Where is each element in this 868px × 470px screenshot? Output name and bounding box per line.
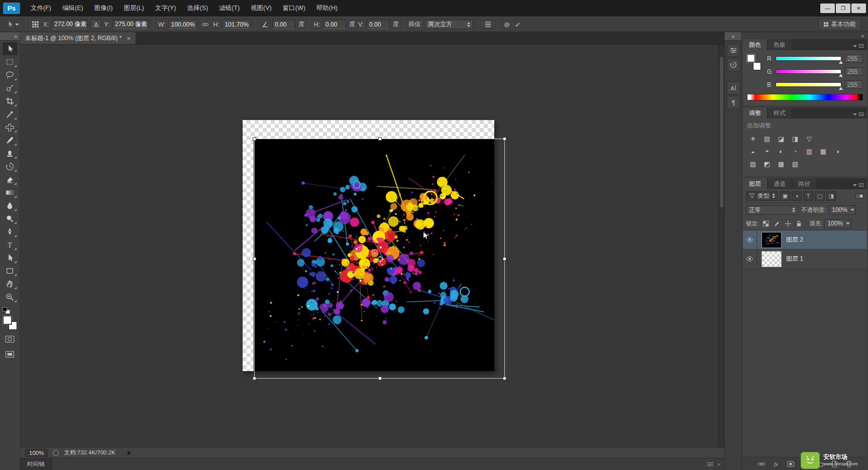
canvas-viewport[interactable] [20,45,724,447]
blur-tool[interactable] [3,199,18,212]
eraser-tool[interactable] [3,173,18,186]
cancel-transform-button[interactable]: ⊘ [503,21,511,29]
layer-style-icon[interactable]: fx [772,460,780,468]
filter-pixel-layers-icon[interactable]: ▣ [780,191,790,201]
panel-menu-icon[interactable] [853,183,864,187]
blue-value-field[interactable]: 255 [845,80,863,89]
toolbar-collapse-icon[interactable]: » [0,32,20,41]
brush-tool[interactable] [3,134,18,147]
layer-thumbnail[interactable] [762,251,782,267]
color-spectrum-ramp[interactable] [747,94,863,100]
filter-kind-select[interactable]: 类型 [746,191,778,201]
green-value-field[interactable]: 255 [845,67,863,76]
zoom-level-field[interactable]: 100% [25,449,48,457]
channel-mixer-icon[interactable]: ▥ [803,146,815,156]
link-layers-icon[interactable] [757,460,766,468]
x-input[interactable]: 272.00 像素 [52,20,88,29]
selective-color-icon[interactable]: ▧ [789,159,801,169]
pen-tool[interactable] [3,225,18,238]
y-input[interactable]: 275.00 像素 [113,20,149,29]
foreground-color-swatch[interactable] [3,316,12,324]
close-button[interactable]: ✕ [851,4,866,13]
slider-marker-icon[interactable] [839,87,843,90]
lock-all-icon[interactable] [794,219,803,228]
tool-preset-picker[interactable] [4,20,21,29]
menu-window[interactable]: 窗口(W) [277,0,311,17]
blend-mode-select[interactable]: 正常 [746,205,798,215]
panel-fg-bg-swatch[interactable] [747,54,762,70]
rectangular-marquee-tool[interactable] [3,55,18,68]
layer-visibility-icon[interactable] [743,250,757,268]
tab-adjustments[interactable]: 调整 [743,107,768,119]
lock-position-icon[interactable] [783,219,792,228]
layer-thumbnail[interactable] [762,232,782,248]
timeline-menu-icon[interactable] [707,462,713,466]
lock-transparency-icon[interactable] [761,219,770,228]
filter-adjustment-layers-icon[interactable]: ◑ [792,191,802,201]
properties-panel-icon[interactable] [727,44,740,57]
tab-channels[interactable]: 通道 [768,178,792,189]
document-tab[interactable]: 未标题-1 @ 100% (图层 2, RGB/8) * × [20,32,136,44]
transform-handle-e[interactable] [503,257,506,261]
menu-filter[interactable]: 滤镜(T) [213,0,245,17]
tab-swatches[interactable]: 色板 [768,39,792,50]
red-slider[interactable] [776,56,841,61]
threshold-icon[interactable]: ◩ [761,159,773,169]
angle-input[interactable]: 0.00 [272,20,295,29]
vertical-scrollbar[interactable] [718,45,724,447]
skew-h-input[interactable]: 0.00 [323,20,346,29]
color-balance-icon[interactable]: ◓ [761,146,773,156]
relative-position-toggle[interactable]: Δ [91,20,101,29]
menu-help[interactable]: 帮助(H) [311,0,343,17]
menu-layer[interactable]: 图层(L) [118,0,149,17]
layer-visibility-icon[interactable] [743,230,757,249]
status-flyout-icon[interactable] [128,450,131,455]
curves-icon[interactable]: ◪ [775,134,787,144]
opacity-field[interactable]: 100% [829,205,856,215]
quick-mask-button[interactable] [5,335,15,345]
spot-healing-brush-tool[interactable] [3,121,18,134]
filter-toggle-icon[interactable] [855,193,864,199]
tab-close-icon[interactable]: × [127,35,131,42]
app-logo[interactable]: Ps [3,3,20,14]
hand-tool[interactable] [3,277,18,290]
slider-marker-icon[interactable] [839,74,843,77]
rectangle-tool[interactable] [3,264,18,277]
panel-menu-icon[interactable] [853,112,864,116]
maximize-button[interactable]: ❐ [836,4,850,13]
transform-handle-n[interactable] [378,137,382,141]
transform-handle-sw[interactable] [253,377,256,380]
color-lookup-icon[interactable]: ▦ [817,146,829,156]
transform-handle-nw[interactable] [253,137,256,141]
gradient-tool[interactable] [3,186,18,199]
menu-view[interactable]: 视图(V) [245,0,277,17]
crop-tool[interactable] [3,94,18,107]
tab-timeline[interactable]: 时间轴 [20,458,52,470]
eyedropper-tool[interactable] [3,107,18,121]
reference-point-locator[interactable] [31,20,40,29]
width-input[interactable]: 100.00% [168,20,197,29]
invert-icon[interactable]: ◑ [831,146,843,156]
workspace-switcher[interactable]: 基本功能 [818,19,861,30]
skew-v-input[interactable]: 0.00 [367,20,390,29]
blue-slider[interactable] [776,82,841,87]
scrollbar-thumb[interactable] [720,57,723,207]
free-transform-box[interactable] [254,139,505,379]
path-selection-tool[interactable] [3,251,18,264]
menu-edit[interactable]: 编辑(E) [57,0,89,17]
slider-marker-icon[interactable] [839,61,843,64]
tab-color[interactable]: 颜色 [743,39,768,50]
interpolation-select[interactable]: 两次立方 [425,20,473,29]
hue-saturation-icon[interactable]: ◒ [747,146,759,156]
maintain-aspect-icon[interactable] [200,21,210,28]
brightness-contrast-icon[interactable]: ☀ [747,134,759,144]
menu-select[interactable]: 选择(S) [181,0,213,17]
height-input[interactable]: 101.70% [222,20,251,29]
strip-expand-icon[interactable]: « [725,32,741,41]
fill-field[interactable]: 100% [824,219,851,228]
transform-pivot-icon[interactable] [377,256,384,264]
menu-file[interactable]: 文件(F) [25,0,57,17]
warp-mode-icon[interactable] [483,20,493,29]
panel-menu-icon[interactable] [853,44,864,48]
default-colors-icon[interactable] [3,307,10,314]
